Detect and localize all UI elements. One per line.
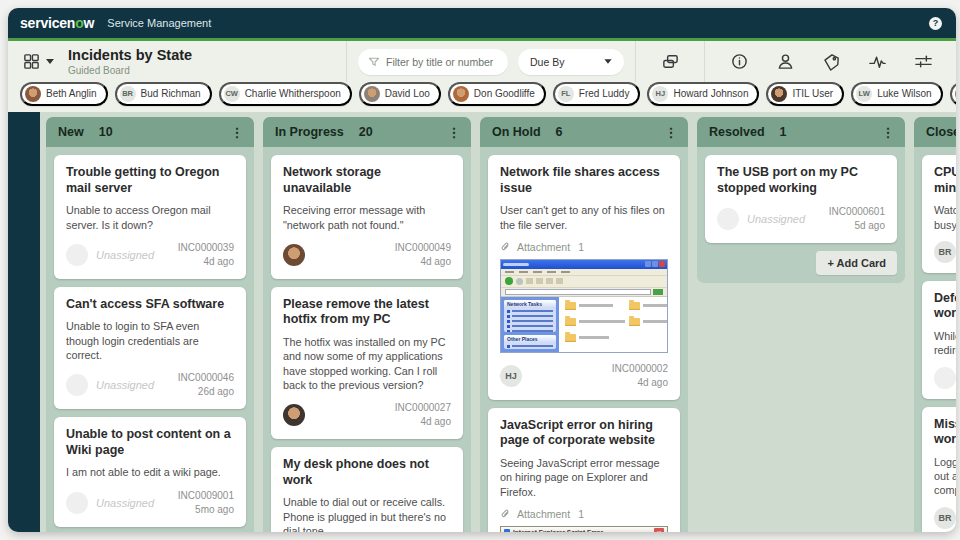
activity-button[interactable] xyxy=(864,47,890,77)
card-footer: INC00000274d ago xyxy=(283,401,451,429)
column-in-progress: In Progress20⋮Network storage unavailabl… xyxy=(263,117,471,532)
card-meta: INC00000394d ago xyxy=(178,241,234,269)
card-title: Trouble getting to Oregon mail server xyxy=(66,165,234,196)
attachment-thumbnail-xp-explorer[interactable]: Network TasksOther Places xyxy=(500,259,668,353)
incident-card[interactable]: My desk phone does not workUnable to dia… xyxy=(271,447,463,532)
column-header: On Hold6⋮ xyxy=(480,117,688,147)
card-footer: BR xyxy=(934,507,956,529)
incident-age: 4d ago xyxy=(612,376,668,390)
column-cards: Network storage unavailableReceiving err… xyxy=(263,147,471,532)
avatar-initials: BR xyxy=(120,86,136,102)
incident-card[interactable]: Can't access SFA softwareUnable to login… xyxy=(54,287,246,409)
column-cards: Network file shares access issueUser can… xyxy=(480,147,688,532)
funnel-icon xyxy=(368,56,380,68)
labels-button[interactable] xyxy=(818,47,844,77)
member-pill-howard-johnson[interactable]: HJHoward Johnson xyxy=(647,82,759,106)
add-card-button[interactable]: + Add Card xyxy=(816,251,897,275)
member-pill-charlie-whitherspoon[interactable]: CWCharlie Whitherspoon xyxy=(219,82,352,106)
attachment-row: Attachment1 xyxy=(500,508,668,520)
card-meta: INC00000274d ago xyxy=(395,401,451,429)
assignee-avatar-initials: HJ xyxy=(500,365,522,387)
board-title-block: Incidents by State Guided Board xyxy=(68,47,192,76)
collapsed-nav-rail[interactable] xyxy=(8,112,40,532)
sliders-icon xyxy=(914,52,933,71)
member-pill-luke-wilson[interactable]: LWLuke Wilson xyxy=(851,82,942,106)
member-pill-system-administrator[interactable]: System Administrator xyxy=(950,82,956,106)
board-settings-button[interactable] xyxy=(910,47,936,77)
cards-view-button[interactable] xyxy=(657,47,683,77)
app-name: Service Management xyxy=(107,17,211,29)
incident-card[interactable]: Unable to post content on a Wiki pageI a… xyxy=(54,417,246,527)
member-pill-david-loo[interactable]: David Loo xyxy=(359,82,441,106)
column-new: New10⋮Trouble getting to Oregon mail ser… xyxy=(46,117,254,532)
filter-field[interactable] xyxy=(358,49,508,75)
board-switcher-button[interactable] xyxy=(22,52,54,71)
tag-icon xyxy=(822,52,841,71)
unassigned-avatar xyxy=(934,367,956,389)
due-by-label: Due By xyxy=(530,56,564,68)
incident-card[interactable]: Defect tracking tool not workingWhile la… xyxy=(922,281,956,399)
card-footer: UnassignedINC00090015mo ago xyxy=(66,489,234,517)
cards-icon xyxy=(661,52,680,71)
assignees-button[interactable] xyxy=(772,47,798,77)
card-footer: BR xyxy=(934,241,956,263)
column-menu-button[interactable]: ⋮ xyxy=(226,126,248,139)
attachment-thumbnail-script-error[interactable]: Internet Explorer Script Error✕!An error… xyxy=(500,526,668,532)
incident-card[interactable]: Missing my recently saved workLogged in … xyxy=(922,407,956,533)
avatar-initials: FL xyxy=(558,86,574,102)
filter-input[interactable] xyxy=(386,56,498,68)
card-title: JavaScript error on hiring page of corpo… xyxy=(500,418,668,449)
column-menu-button[interactable]: ⋮ xyxy=(877,126,899,139)
column-count: 10 xyxy=(99,125,113,139)
card-title: Missing my recently saved work xyxy=(934,417,956,448)
incident-card[interactable]: Network file shares access issueUser can… xyxy=(488,155,680,400)
member-pill-fred-luddy[interactable]: FLFred Luddy xyxy=(553,82,641,106)
board-columns: New10⋮Trouble getting to Oregon mail ser… xyxy=(40,112,956,532)
incident-card[interactable]: Trouble getting to Oregon mail serverUna… xyxy=(54,155,246,279)
incident-age: 5d ago xyxy=(829,219,885,233)
avatar xyxy=(453,86,469,102)
column-cards: Trouble getting to Oregon mail serverUna… xyxy=(46,147,254,532)
card-title: The USB port on my PC stopped working xyxy=(717,165,885,196)
incident-number: INC0000046 xyxy=(178,371,234,385)
member-name: Fred Luddy xyxy=(579,88,630,99)
paperclip-icon xyxy=(500,508,511,520)
incident-card[interactable]: JavaScript error on hiring page of corpo… xyxy=(488,408,680,532)
card-meta: INC000004626d ago xyxy=(178,371,234,399)
column-title: On Hold xyxy=(492,125,541,139)
column-menu-button[interactable]: ⋮ xyxy=(660,126,682,139)
member-name: Don Goodliffe xyxy=(474,88,535,99)
column-cards: The USB port on my PC stopped workingUna… xyxy=(697,147,905,283)
card-title: Unable to post content on a Wiki page xyxy=(66,427,234,458)
card-description: While launching the tool it keeps redire… xyxy=(934,329,956,358)
column-header: Closed⋮ xyxy=(914,117,956,147)
avatar-initials: CW xyxy=(224,86,240,102)
member-pill-don-goodliffe[interactable]: Don Goodliffe xyxy=(448,82,546,106)
incident-age: 4d ago xyxy=(395,415,451,429)
toolbar-divider xyxy=(346,41,347,82)
incident-number: INC0000027 xyxy=(395,401,451,415)
incident-card[interactable]: Network storage unavailableReceiving err… xyxy=(271,155,463,279)
chevron-down-icon xyxy=(604,59,611,64)
member-pill-bud-richman[interactable]: BRBud Richman xyxy=(115,82,212,106)
due-by-select[interactable]: Due By xyxy=(518,49,624,75)
incident-card[interactable]: Please remove the latest hotfix from my … xyxy=(271,287,463,439)
app-window: servicenow Service Management ? Incident… xyxy=(8,8,956,532)
help-button[interactable]: ? xyxy=(929,17,942,30)
ie-icon xyxy=(504,529,510,532)
member-pill-beth-anglin[interactable]: Beth Anglin xyxy=(20,82,108,106)
incident-number: INC0000039 xyxy=(178,241,234,255)
incident-card[interactable]: The USB port on my PC stopped workingUna… xyxy=(705,155,897,243)
card-title: My desk phone does not work xyxy=(283,457,451,488)
card-footer: Unassigned xyxy=(934,367,956,389)
info-button[interactable] xyxy=(726,47,752,77)
card-description: I am not able to edit a wiki page. xyxy=(66,465,234,479)
column-count: 20 xyxy=(359,125,373,139)
card-title: CPU load high for over 10 minutes xyxy=(934,165,956,196)
column-menu-button[interactable]: ⋮ xyxy=(443,126,465,139)
unassigned-avatar xyxy=(66,374,88,396)
incident-card[interactable]: CPU load high for over 10 minutesWatcher… xyxy=(922,155,956,273)
member-pill-itil-user[interactable]: ITIL User xyxy=(766,82,844,106)
grid-icon xyxy=(22,52,41,71)
member-name: David Loo xyxy=(385,88,430,99)
